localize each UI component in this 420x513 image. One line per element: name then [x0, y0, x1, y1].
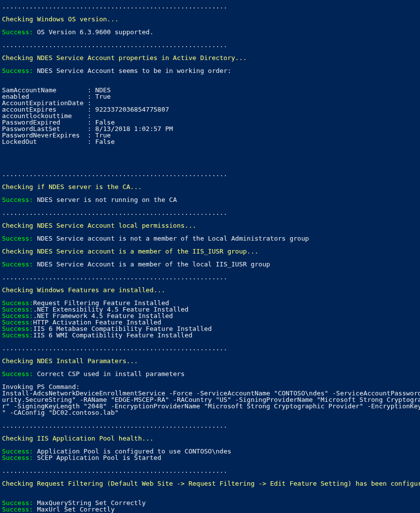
success-message: NDES server is not running on the CA [37, 196, 177, 203]
success-message: Correct CSP used in install parameters [37, 370, 184, 378]
success-label: Success: [2, 28, 37, 36]
powershell-console[interactable]: ........................................… [0, 0, 420, 513]
property-line: LockedOut : False [2, 138, 115, 145]
section-ruler: ........................................… [2, 467, 227, 474]
section-ruler: ........................................… [2, 41, 227, 49]
section-header: Checking NDES Service account is a membe… [2, 248, 259, 255]
section-ruler: ........................................… [2, 2, 227, 10]
success-label: Success: [2, 506, 37, 513]
section-ruler: ........................................… [2, 273, 227, 281]
section-ruler: ........................................… [2, 344, 227, 352]
section-header: Checking Windows OS version... [2, 15, 119, 23]
section-ruler: ........................................… [2, 422, 227, 429]
section-ruler: ........................................… [2, 170, 227, 178]
success-label: Success: [2, 260, 37, 268]
output-line: " -CAConfig "DC02.contoso.lab" [2, 409, 119, 416]
success-message: NDES Service Account is a member of the … [37, 260, 270, 268]
success-message: IIS 6 WMI Compatibility Feature Installe… [33, 331, 193, 339]
section-ruler: ........................................… [2, 209, 227, 216]
section-header: Checking NDES Service Account local perm… [2, 222, 196, 229]
success-message: NDES Service account is not a member of … [37, 235, 309, 242]
success-label: Success: [2, 331, 33, 339]
success-message: NDES Service Account seems to be in work… [37, 67, 231, 74]
section-header: Checking Windows Features are installed.… [2, 286, 165, 294]
section-header: Checking if NDES server is the CA... [2, 183, 142, 191]
section-header: Checking NDES Service Account properties… [2, 54, 247, 62]
success-label: Success: [2, 235, 37, 242]
success-label: Success: [2, 454, 37, 461]
success-label: Success: [2, 370, 37, 378]
success-message: SCEP Application Pool is Started [37, 454, 161, 461]
success-label: Success: [2, 67, 37, 74]
section-header: Checking Request Filtering (Default Web … [2, 480, 420, 487]
success-label: Success: [2, 196, 37, 203]
success-message: MaxUrl Set Correctly [37, 506, 115, 513]
section-header: Checking NDES Install Paramaters... [2, 357, 138, 365]
section-header: Checking IIS Application Pool health... [2, 435, 153, 442]
success-message: OS Version 6.3.9600 supported. [37, 28, 153, 36]
